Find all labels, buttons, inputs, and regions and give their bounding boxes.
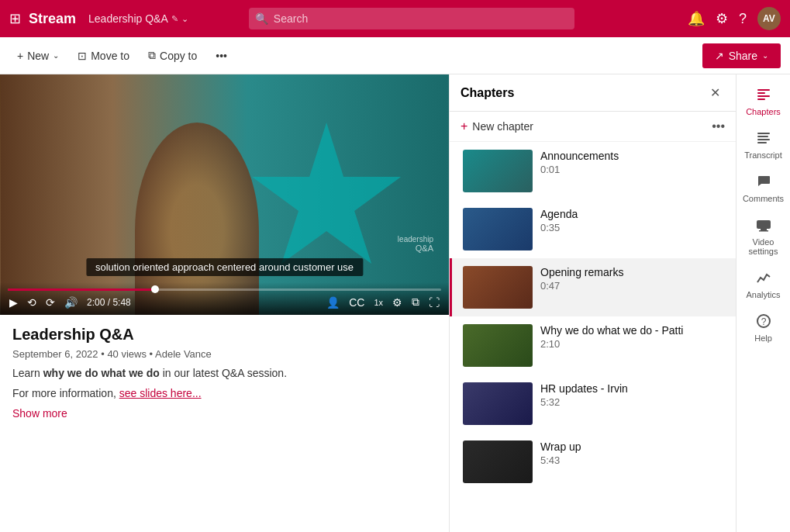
- chapter-meta: Opening remarks 0:47: [540, 266, 623, 292]
- video-date: September 6, 2022: [12, 348, 98, 360]
- sidebar-item-transcript[interactable]: Transcript: [737, 124, 790, 166]
- sidebar-label: Help: [754, 333, 772, 343]
- help-icon[interactable]: ?: [739, 11, 747, 27]
- sidebar-label: Video settings: [741, 237, 785, 256]
- chapter-name: HR updates - Irvin: [540, 382, 628, 395]
- new-chapter-row: + New chapter •••: [450, 112, 736, 142]
- chapter-meta: HR updates - Irvin 5:32: [540, 382, 628, 408]
- more-options-button[interactable]: •••: [208, 45, 235, 67]
- chapter-thumbnail: [463, 208, 533, 250]
- svg-rect-5: [757, 136, 768, 137]
- new-chapter-more-button[interactable]: •••: [712, 119, 725, 133]
- toolbar: + New ⌄ ⊡ Move to ⧉ Copy to ••• ↗ Share …: [0, 37, 790, 74]
- video-watermark: leadership Q&A: [398, 235, 433, 253]
- cc-button[interactable]: CC: [347, 295, 366, 310]
- search-icon: 🔍: [255, 12, 268, 25]
- progress-bar[interactable]: [8, 288, 441, 291]
- chapter-thumbnail: [463, 440, 533, 483]
- chapter-time: 0:01: [540, 164, 619, 175]
- chapter-time: 2:10: [540, 338, 683, 350]
- sidebar-label: Chapters: [746, 107, 781, 116]
- chapter-time: 5:32: [540, 396, 628, 408]
- controls-right: 👤 CC 1x ⚙ ⧉ ⛶: [325, 294, 441, 310]
- people-button[interactable]: 👤: [325, 295, 341, 310]
- copy-to-button[interactable]: ⧉ Copy to: [140, 44, 205, 67]
- sidebar-item-analytics[interactable]: Analytics: [737, 264, 790, 306]
- search-container: 🔍: [249, 8, 574, 29]
- quality-button[interactable]: ⚙: [391, 295, 404, 310]
- chapter-item[interactable]: HR updates - Irvin 5:32: [450, 375, 736, 433]
- sidebar-item-help[interactable]: ? Help: [737, 307, 790, 349]
- chapter-item[interactable]: Announcements 0:01: [450, 142, 736, 200]
- chapter-meta: Wrap up 5:43: [540, 440, 581, 466]
- new-button[interactable]: + New ⌄: [9, 45, 67, 67]
- rewind-button[interactable]: ⟲: [26, 295, 38, 310]
- video-more-info: For more information, see slides here...: [12, 386, 436, 402]
- sidebar-item-chapters[interactable]: Chapters: [737, 81, 790, 123]
- top-navigation: ⊞ Stream Leadership Q&A ✎ ⌄ 🔍 🔔 ⚙ ? AV: [0, 0, 790, 37]
- chapter-time: 0:35: [540, 222, 578, 233]
- pip-button[interactable]: ⧉: [410, 294, 421, 310]
- share-chevron: ⌄: [762, 51, 768, 60]
- chapters-close-button[interactable]: ✕: [705, 84, 725, 102]
- chapter-item[interactable]: Opening remarks 0:47: [450, 258, 736, 316]
- notification-icon[interactable]: 🔔: [688, 10, 705, 27]
- video-title: Leadership Q&A: [12, 326, 436, 344]
- svg-rect-1: [757, 92, 765, 94]
- svg-rect-3: [757, 98, 765, 100]
- chapter-time: 0:47: [540, 280, 623, 292]
- sidebar-label: Comments: [743, 194, 784, 203]
- show-more-link[interactable]: Show more: [12, 407, 436, 420]
- chapter-item[interactable]: Agenda 0:35: [450, 200, 736, 258]
- chapter-meta: Agenda 0:35: [540, 208, 578, 233]
- breadcrumb-page-title: Leadership Q&A: [88, 12, 168, 25]
- main-content: solution oriented approach centered arou…: [0, 74, 790, 532]
- chapters-header: Chapters ✕: [450, 74, 736, 112]
- new-chapter-button[interactable]: + New chapter: [461, 119, 533, 133]
- share-button[interactable]: ↗ Share ⌄: [702, 43, 781, 68]
- progress-fill: [8, 288, 155, 291]
- sidebar-item-comments[interactable]: Comments: [737, 168, 790, 209]
- chapters-icon: [756, 87, 771, 105]
- app-title: Stream: [29, 11, 76, 27]
- avatar[interactable]: AV: [757, 7, 781, 30]
- search-input[interactable]: [249, 8, 574, 29]
- breadcrumb-chevron: ⌄: [181, 14, 188, 24]
- svg-rect-9: [761, 229, 767, 230]
- play-button[interactable]: ▶: [8, 295, 19, 310]
- video-info: Leadership Q&A September 6, 2022 • 40 vi…: [0, 315, 449, 430]
- svg-rect-4: [757, 133, 770, 134]
- chapter-thumbnail: [463, 382, 533, 425]
- volume-button[interactable]: 🔊: [63, 295, 79, 310]
- move-to-button[interactable]: ⊡ Move to: [70, 45, 137, 67]
- svg-rect-0: [757, 89, 770, 91]
- svg-rect-8: [757, 220, 771, 229]
- breadcrumb: Leadership Q&A ✎ ⌄: [88, 12, 188, 25]
- sidebar-item-video-settings[interactable]: Video settings: [737, 211, 790, 262]
- video-player: solution oriented approach centered arou…: [0, 74, 449, 315]
- slides-link[interactable]: see slides here...: [119, 387, 202, 399]
- chapter-thumbnail: [463, 266, 533, 309]
- chapter-item[interactable]: Why we do what we do - Patti 2:10: [450, 316, 736, 375]
- fullscreen-button[interactable]: ⛶: [427, 295, 441, 310]
- video-settings-icon: [756, 217, 771, 235]
- chapter-name: Why we do what we do - Patti: [540, 324, 683, 337]
- svg-text:?: ?: [761, 316, 766, 327]
- svg-rect-7: [757, 142, 767, 143]
- chapter-item[interactable]: Wrap up 5:43: [450, 433, 736, 491]
- forward-button[interactable]: ⟳: [44, 295, 57, 310]
- chapters-list: Announcements 0:01 Agenda 0:35 Opening r…: [450, 142, 736, 532]
- chapter-meta: Announcements 0:01: [540, 150, 619, 175]
- edit-icon: ✎: [171, 14, 178, 24]
- sidebar-label: Transcript: [744, 150, 782, 160]
- speed-button[interactable]: 1x: [372, 296, 385, 309]
- video-meta: September 6, 2022 • 40 views • Adele Van…: [12, 348, 436, 360]
- chapter-name: Wrap up: [540, 440, 581, 453]
- move-icon: ⊡: [78, 50, 87, 62]
- grid-icon[interactable]: ⊞: [9, 10, 21, 27]
- chapter-name: Announcements: [540, 150, 619, 162]
- chapter-thumbnail: [463, 324, 533, 367]
- settings-icon[interactable]: ⚙: [716, 10, 728, 27]
- chapter-meta: Why we do what we do - Patti 2:10: [540, 324, 683, 350]
- video-views: 40 views: [107, 348, 147, 360]
